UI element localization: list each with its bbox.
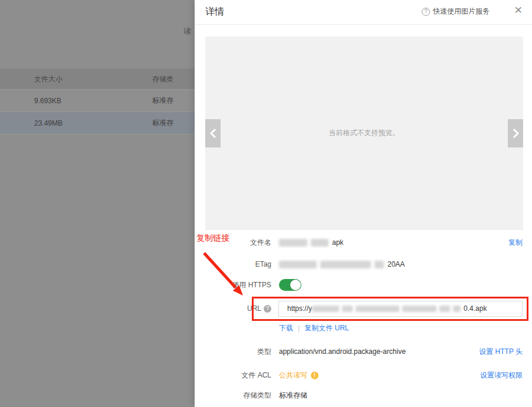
help-link-label: 快速使用图片服务 <box>433 6 490 17</box>
storage-class-cell: 标准存 <box>152 118 188 128</box>
etag-value: 20AA <box>279 260 405 268</box>
preview-unsupported-message: 当前格式不支持预览。 <box>205 128 523 138</box>
etag-label: ETag <box>195 260 271 268</box>
column-header-size: 文件大小 <box>34 74 152 84</box>
file-table: 文件大小 存储类 9.693KB 标准存 23.49MB 标准存 <box>0 68 195 134</box>
file-table-header: 文件大小 存储类 <box>0 68 195 90</box>
etag-suffix: 20AA <box>387 260 405 268</box>
redacted-block <box>320 261 371 268</box>
file-size-cell: 9.693KB <box>34 97 152 105</box>
https-row: 使用 HTTPS <box>195 278 532 291</box>
redacted-block <box>342 306 353 312</box>
chevron-right-icon <box>513 128 519 139</box>
url-row: URL ? https://y 0.4.apk <box>195 300 532 317</box>
table-row[interactable]: 9.693KB 标准存 <box>0 90 195 112</box>
filename-row: 文件名 apk 复制 <box>195 237 532 248</box>
panel-title: 详情 <box>205 6 224 18</box>
quick-image-service-link[interactable]: ? 快速使用图片服务 <box>422 6 490 17</box>
set-acl-permissions-link[interactable]: 设置读写权限 <box>480 370 523 380</box>
link-divider: | <box>298 324 300 332</box>
filename-suffix: apk <box>332 238 343 247</box>
redacted-block <box>402 306 436 312</box>
etag-row: ETag 20AA <box>195 258 532 270</box>
file-size-cell: 23.49MB <box>34 119 152 127</box>
type-value: application/vnd.android.package-archive <box>279 347 406 356</box>
storage-type-value: 标准存储 <box>279 390 307 401</box>
dimmed-page-overlay: 读 文件大小 存储类 9.693KB 标准存 23.49MB 标准存 <box>0 0 195 407</box>
preview-area: 当前格式不支持预览。 <box>205 37 523 230</box>
next-file-button[interactable] <box>508 119 523 147</box>
table-row-selected[interactable]: 23.49MB 标准存 <box>0 112 195 134</box>
storage-class-cell: 标准存 <box>152 96 188 106</box>
warning-icon: ! <box>311 372 318 379</box>
type-row: 类型 application/vnd.android.package-archi… <box>195 346 532 357</box>
download-link[interactable]: 下载 <box>279 323 293 333</box>
acl-row: 文件 ACL 公共读写 ! 设置读写权限 <box>195 370 532 380</box>
url-prefix: https://y <box>287 304 312 313</box>
url-help-icon[interactable]: ? <box>264 305 271 313</box>
redacted-block <box>279 261 317 268</box>
close-icon[interactable]: ✕ <box>514 4 523 17</box>
url-actions-row: 下载 | 复制文件 URL <box>195 323 532 333</box>
redacted-block <box>311 239 329 247</box>
redacted-block <box>439 306 450 312</box>
type-label: 类型 <box>195 347 271 357</box>
redacted-block <box>453 306 461 312</box>
copy-filename-button[interactable]: 复制 <box>508 238 523 248</box>
storage-type-row: 存储类型 标准存储 <box>195 390 532 401</box>
chevron-left-icon <box>210 128 216 139</box>
help-circle-icon: ? <box>422 8 430 16</box>
annotation-copy-link-label: 复制链接 <box>196 233 229 244</box>
storage-type-label: 存储类型 <box>195 390 271 401</box>
clipped-background-text: 读 <box>183 26 195 37</box>
redacted-block <box>375 261 384 268</box>
copy-file-url-link[interactable]: 复制文件 URL <box>304 323 349 333</box>
previous-file-button[interactable] <box>205 119 221 147</box>
panel-header: 详情 ? 快速使用图片服务 ✕ <box>195 0 532 25</box>
acl-label: 文件 ACL <box>195 370 271 380</box>
url-label: URL <box>247 304 261 313</box>
acl-value: 公共读写 <box>279 370 307 380</box>
url-suffix: 0.4.apk <box>464 304 487 313</box>
redacted-block <box>356 306 399 312</box>
redacted-block <box>312 306 339 312</box>
url-input[interactable]: https://y 0.4.apk <box>278 301 523 317</box>
set-http-header-link[interactable]: 设置 HTTP 头 <box>479 347 523 357</box>
use-https-label: 使用 HTTPS <box>195 280 271 290</box>
toggle-knob <box>290 280 301 290</box>
details-panel: 详情 ? 快速使用图片服务 ✕ 当前格式不支持预览。 文件名 apk 复制 <box>195 0 532 407</box>
redacted-block <box>279 239 307 247</box>
filename-value: apk <box>279 238 343 247</box>
column-header-storage: 存储类 <box>152 74 188 84</box>
https-toggle[interactable] <box>279 279 301 291</box>
